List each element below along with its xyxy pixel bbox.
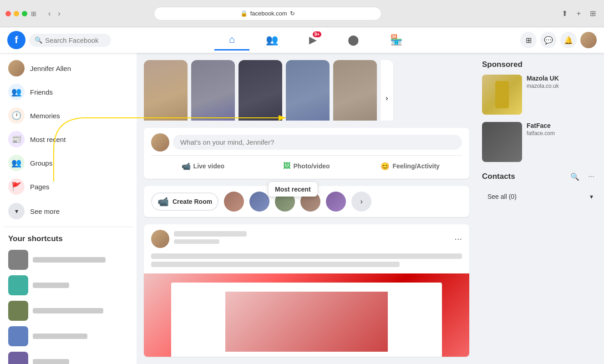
sidebar-item-most-recent[interactable]: 📰 Most recent bbox=[4, 127, 133, 151]
maximize-button[interactable] bbox=[22, 11, 27, 16]
stories-row: › bbox=[144, 60, 469, 121]
ad-thumb-fatface bbox=[482, 122, 522, 162]
facebook-logo[interactable]: f bbox=[7, 31, 25, 49]
sidebar-groups-label: Groups bbox=[30, 159, 52, 167]
photo-video-icon: 🖼 bbox=[283, 162, 290, 170]
person-bubble-1[interactable] bbox=[224, 192, 244, 212]
shortcut-thumb-5 bbox=[8, 352, 28, 364]
nav-tab-groups[interactable]: ⬤ bbox=[333, 30, 374, 50]
friends-sidebar-icon: 👥 bbox=[8, 84, 25, 100]
more-people-button[interactable]: › bbox=[351, 192, 371, 212]
nav-tab-marketplace[interactable]: 🏪 bbox=[376, 30, 417, 50]
sidebar-item-user[interactable]: Jennifer Allen bbox=[4, 56, 133, 80]
story-card-2[interactable] bbox=[191, 60, 235, 121]
facebook-app: f 🔍 ⌂ 👥 ▶ 9+ ⬤ 🏪 ⊞ bbox=[0, 27, 604, 364]
search-bar[interactable]: 🔍 bbox=[29, 34, 111, 47]
story-card-3[interactable] bbox=[239, 60, 282, 121]
home-icon: ⌂ bbox=[229, 34, 235, 46]
post-image: 1/1 bbox=[144, 273, 469, 357]
grid-view-button[interactable]: ⊞ bbox=[587, 7, 599, 20]
nav-tab-video[interactable]: ▶ 9+ bbox=[294, 30, 331, 50]
ad-info-mazola: Mazola UK mazola.co.uk bbox=[527, 75, 599, 115]
nav-tab-home[interactable]: ⌂ bbox=[214, 30, 249, 51]
room-icon: 📹 bbox=[157, 196, 169, 207]
main-nav: ⌂ 👥 ▶ 9+ ⬤ 🏪 bbox=[111, 30, 520, 51]
ad-image-fatface bbox=[482, 122, 522, 162]
post-actions: 📹 Live video 🖼 Photo/video 😊 Feeling/Act… bbox=[151, 155, 462, 173]
ad-card-fatface[interactable]: FatFace fatface.com bbox=[482, 122, 599, 162]
browser-actions: ⬆ + ⊞ bbox=[559, 7, 599, 20]
person-bubble-2[interactable] bbox=[249, 192, 269, 212]
logo-letter: f bbox=[15, 34, 18, 46]
new-tab-button[interactable]: + bbox=[574, 7, 584, 20]
shortcut-item-5[interactable] bbox=[8, 349, 128, 364]
live-video-button[interactable]: 📹 Live video bbox=[151, 159, 255, 173]
post-image-inner bbox=[225, 292, 388, 352]
stories-next-button[interactable]: › bbox=[381, 60, 393, 121]
shortcut-item-4[interactable] bbox=[8, 324, 128, 349]
ad-thumb-mazola bbox=[482, 75, 522, 115]
sidebar-item-friends[interactable]: 👥 Friends bbox=[4, 80, 133, 104]
post-user-avatar bbox=[151, 230, 169, 248]
user-name: Jennifer Allen bbox=[30, 65, 71, 72]
avatar-image bbox=[580, 32, 597, 48]
minimize-button[interactable] bbox=[14, 11, 19, 16]
share-button[interactable]: ⬆ bbox=[559, 7, 570, 20]
post-input[interactable] bbox=[173, 135, 462, 150]
avatar[interactable] bbox=[580, 32, 597, 48]
shortcut-item-1[interactable] bbox=[8, 247, 128, 273]
shortcut-thumb-2 bbox=[8, 275, 28, 295]
pages-icon: 🚩 bbox=[8, 178, 25, 195]
messenger-button[interactable]: 💬 bbox=[540, 32, 557, 48]
search-input[interactable] bbox=[45, 36, 104, 44]
notifications-button[interactable]: 🔔 bbox=[560, 32, 577, 48]
sidebar-most-recent-label: Most recent bbox=[30, 136, 66, 143]
ad-card-mazola[interactable]: Mazola UK mazola.co.uk bbox=[482, 75, 599, 115]
url-text: facebook.com bbox=[250, 10, 287, 17]
story-bg-5 bbox=[333, 60, 377, 121]
url-bar[interactable]: 🔒 facebook.com ↻ bbox=[154, 7, 381, 20]
sidebar-memories-label: Memories bbox=[30, 112, 60, 120]
photo-video-button[interactable]: 🖼 Photo/video bbox=[255, 159, 359, 173]
ad-info-fatface: FatFace fatface.com bbox=[527, 122, 599, 162]
story-card-1[interactable] bbox=[144, 60, 188, 121]
nav-tab-friends[interactable]: 👥 bbox=[251, 30, 293, 50]
sidebar-item-groups[interactable]: 👥 Groups bbox=[4, 151, 133, 175]
ad-name-mazola: Mazola UK bbox=[527, 75, 599, 82]
browser-nav: ‹ › bbox=[46, 8, 63, 20]
sidebar-item-memories[interactable]: 🕐 Memories bbox=[4, 104, 133, 127]
memories-icon: 🕐 bbox=[8, 107, 25, 124]
ad-bottle bbox=[495, 81, 509, 108]
back-button[interactable]: ‹ bbox=[46, 8, 53, 20]
fb-main: Jennifer Allen 👥 Friends 🕐 Memories 📰 Mo… bbox=[0, 53, 604, 364]
post-more-button[interactable]: ··· bbox=[454, 233, 462, 244]
story-bg-2 bbox=[191, 60, 235, 121]
create-room-label: Create Room bbox=[173, 198, 212, 205]
contacts-title: Contacts bbox=[482, 172, 515, 181]
contacts-header: Contacts 🔍 ··· bbox=[482, 169, 599, 184]
person-bubble-5[interactable] bbox=[326, 192, 346, 212]
create-room-button[interactable]: 📹 Create Room bbox=[151, 192, 218, 211]
sidebar-item-pages[interactable]: 🚩 Pages bbox=[4, 175, 133, 198]
contacts-more-button[interactable]: ··· bbox=[584, 169, 599, 184]
window-grid-button[interactable]: ⊞ bbox=[31, 10, 36, 17]
shortcut-item-3[interactable] bbox=[8, 298, 128, 324]
traffic-lights bbox=[5, 11, 27, 16]
groups-nav-icon: ⬤ bbox=[348, 34, 359, 46]
see-more-button[interactable]: ▾ See more bbox=[4, 199, 133, 223]
feeling-button[interactable]: 😊 Feeling/Activity bbox=[358, 159, 462, 173]
apps-button[interactable]: ⊞ bbox=[520, 32, 537, 48]
story-card-4[interactable] bbox=[286, 60, 330, 121]
sidebar-pages-label: Pages bbox=[30, 183, 50, 191]
close-button[interactable] bbox=[5, 11, 11, 16]
forward-button[interactable]: › bbox=[55, 8, 63, 20]
post-text-area bbox=[144, 253, 469, 273]
left-sidebar: Jennifer Allen 👥 Friends 🕐 Memories 📰 Mo… bbox=[0, 53, 137, 364]
shortcut-item-2[interactable] bbox=[8, 273, 128, 298]
ad-url-mazola: mazola.co.uk bbox=[527, 83, 599, 89]
see-all-contacts-button[interactable]: See all (0) ▾ bbox=[482, 189, 599, 204]
live-video-icon: 📹 bbox=[182, 162, 191, 171]
header-right: ⊞ 💬 🔔 bbox=[520, 32, 597, 48]
contacts-search-button[interactable]: 🔍 bbox=[568, 169, 582, 184]
story-card-5[interactable] bbox=[333, 60, 377, 121]
